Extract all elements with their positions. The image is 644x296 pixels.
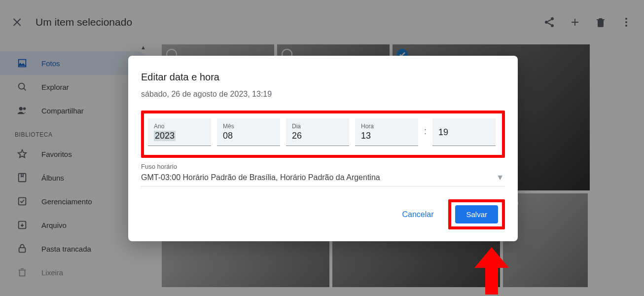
edit-datetime-dialog: Editar data e hora sábado, 26 de agosto … [128, 56, 518, 241]
timezone-select[interactable]: GMT-03:00 Horário Padrão de Brasília, Ho… [141, 170, 505, 186]
save-button-highlight: Salvar [448, 199, 505, 229]
annotation-arrow-icon [469, 247, 514, 295]
time-colon: : [424, 126, 427, 139]
day-label: Dia [292, 123, 343, 130]
save-button[interactable]: Salvar [455, 205, 498, 223]
dialog-subtitle: sábado, 26 de agosto de 2023, 13:19 [141, 90, 505, 99]
timezone-label: Fuso horário [141, 163, 505, 170]
month-value: 08 [223, 131, 274, 141]
timezone-value: GMT-03:00 Horário Padrão de Brasília, Ho… [141, 173, 380, 182]
hour-field[interactable]: Hora 13 [355, 118, 418, 146]
year-label: Ano [154, 123, 205, 130]
month-field[interactable]: Mês 08 [217, 118, 280, 146]
dialog-title: Editar data e hora [141, 72, 505, 83]
minute-value: 19 [438, 127, 490, 138]
datetime-fields-highlight: Ano 2023 Mês 08 Dia 26 Hora 13 : 19 [141, 111, 505, 158]
hour-label: Hora [361, 123, 412, 130]
cancel-button[interactable]: Cancelar [396, 206, 439, 223]
minute-field[interactable]: 19 [432, 118, 496, 146]
year-field[interactable]: Ano 2023 [148, 118, 211, 146]
hour-value: 13 [361, 131, 412, 141]
month-label: Mês [223, 123, 274, 130]
day-value: 26 [292, 131, 343, 141]
day-field[interactable]: Dia 26 [286, 118, 349, 146]
chevron-down-icon: ▼ [496, 173, 504, 182]
year-value: 2023 [154, 131, 176, 141]
